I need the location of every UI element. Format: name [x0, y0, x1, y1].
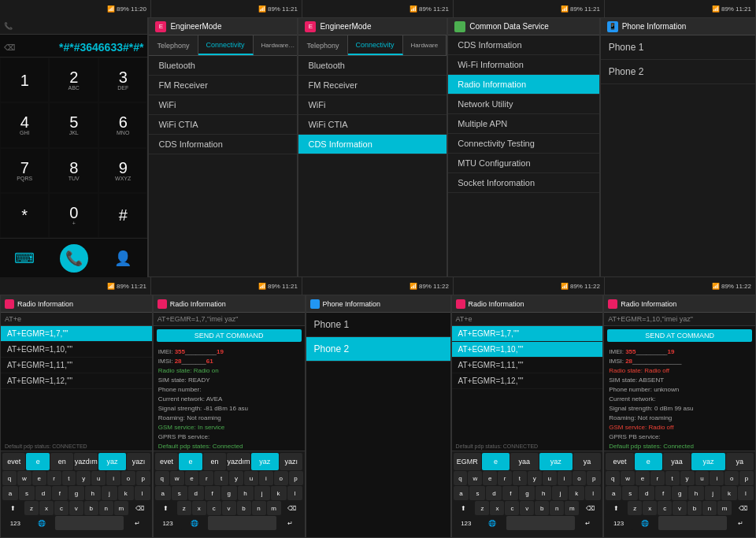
- key-x-5[interactable]: x: [643, 501, 657, 515]
- at-item-1-3[interactable]: AT+EGMR=1,11,"": [1, 358, 152, 373]
- key-h-4[interactable]: h: [536, 486, 551, 500]
- key-n-1[interactable]: n: [99, 501, 113, 515]
- key-r-5[interactable]: r: [650, 471, 665, 485]
- key-shift-5[interactable]: ⬆: [606, 501, 627, 515]
- key-n-5[interactable]: n: [702, 501, 717, 515]
- em-tabs-1[interactable]: Telephony Connectivity Hardware…: [149, 35, 297, 56]
- key-p-2[interactable]: p: [289, 471, 303, 485]
- dial-key-9[interactable]: 9 WXYZ: [98, 148, 147, 193]
- key-b-1[interactable]: b: [84, 501, 98, 515]
- key-r-2[interactable]: r: [199, 471, 213, 485]
- key-g-1[interactable]: g: [69, 486, 84, 500]
- phone-choice-1[interactable]: Phone 1: [601, 35, 755, 60]
- tab-telephony-2[interactable]: Telephony: [298, 35, 347, 55]
- key-e-2-1[interactable]: e: [32, 471, 46, 485]
- key-en-2[interactable]: en: [203, 453, 226, 470]
- call-button[interactable]: 📞: [49, 239, 98, 277]
- em-item-wifi-2[interactable]: WiFi: [298, 95, 447, 115]
- key-d-4[interactable]: d: [486, 486, 502, 500]
- key-j-1[interactable]: j: [102, 486, 117, 500]
- key-x-2[interactable]: x: [192, 501, 206, 515]
- dial-key-3[interactable]: 3 DEF: [98, 58, 147, 102]
- key-l-1[interactable]: l: [135, 486, 150, 500]
- key-w-5[interactable]: w: [621, 471, 635, 485]
- key-k-2[interactable]: k: [271, 486, 287, 500]
- dial-key-5[interactable]: 5 JKL: [49, 102, 98, 147]
- key-yaz-2[interactable]: yaz: [251, 453, 279, 470]
- key-q-1[interactable]: q: [2, 471, 17, 485]
- phone-choice-bottom-2[interactable]: Phone 2: [306, 337, 450, 362]
- cds-item-cds[interactable]: CDS Information: [448, 35, 598, 55]
- key-a-4[interactable]: a: [454, 486, 469, 500]
- dial-key-7[interactable]: 7 PQRS: [0, 148, 49, 193]
- dial-key-1[interactable]: 1: [0, 58, 49, 102]
- key-123-4[interactable]: 123: [454, 516, 480, 530]
- key-globe-5[interactable]: 🌐: [632, 516, 658, 530]
- key-v-2[interactable]: v: [222, 501, 236, 515]
- key-t-1[interactable]: t: [62, 471, 76, 485]
- key-a-2[interactable]: a: [155, 486, 171, 500]
- key-k-1[interactable]: k: [118, 486, 134, 500]
- key-y-2[interactable]: y: [229, 471, 243, 485]
- em-item-wifi-1[interactable]: WiFi: [149, 95, 297, 115]
- key-l-2[interactable]: l: [287, 486, 303, 500]
- at-item-4-3[interactable]: AT+EGMR=1,11,"": [452, 358, 603, 373]
- key-j-5[interactable]: j: [705, 486, 721, 500]
- key-c-4[interactable]: c: [505, 501, 519, 515]
- key-y-1[interactable]: y: [76, 471, 91, 485]
- key-yazi-1[interactable]: yazı: [127, 453, 150, 470]
- key-del-2[interactable]: ⌫: [282, 501, 303, 515]
- key-n-2[interactable]: n: [252, 501, 266, 515]
- key-h-1[interactable]: h: [85, 486, 101, 500]
- dialpad-icon[interactable]: ⌨: [0, 239, 49, 277]
- key-shift-2[interactable]: ⬆: [155, 501, 176, 515]
- key-i-2[interactable]: i: [259, 471, 273, 485]
- key-f-4[interactable]: f: [502, 486, 518, 500]
- key-e-5[interactable]: e: [635, 453, 662, 470]
- cds-item-socket[interactable]: Socket Inforomation: [448, 173, 598, 193]
- em-item-cds-1[interactable]: CDS Information: [149, 135, 297, 154]
- key-b-5[interactable]: b: [687, 501, 702, 515]
- key-e-4b[interactable]: e: [483, 471, 497, 485]
- key-u-1[interactable]: u: [91, 471, 106, 485]
- key-g-5[interactable]: g: [672, 486, 687, 500]
- key-a-5[interactable]: a: [606, 486, 621, 500]
- key-n-4[interactable]: n: [550, 501, 564, 515]
- key-yazdim-2[interactable]: yazdım: [227, 453, 250, 470]
- call-icon[interactable]: 📞: [60, 244, 88, 273]
- key-u-2[interactable]: u: [244, 471, 258, 485]
- key-del-4[interactable]: ⌫: [580, 501, 601, 515]
- key-e-2b[interactable]: e: [185, 471, 199, 485]
- key-a-1[interactable]: a: [2, 486, 18, 500]
- key-r-4[interactable]: r: [498, 471, 512, 485]
- key-space-2[interactable]: [208, 516, 276, 530]
- dial-key-2[interactable]: 2 ABC: [49, 58, 98, 102]
- key-z-5[interactable]: z: [628, 501, 642, 515]
- key-enter-1[interactable]: ↵: [124, 516, 150, 530]
- at-item-1-4[interactable]: AT+EGMR=1,12,"": [1, 373, 152, 389]
- key-x-1[interactable]: x: [39, 501, 54, 515]
- at-item-1-1[interactable]: AT+EGMR=1,7,"": [1, 326, 152, 342]
- em-item-bluetooth-1[interactable]: Bluetooth: [149, 56, 297, 76]
- key-j-2[interactable]: j: [254, 486, 270, 500]
- key-g-2[interactable]: g: [221, 486, 237, 500]
- key-z-1[interactable]: z: [24, 501, 39, 515]
- key-y-4[interactable]: y: [528, 471, 542, 485]
- key-s-5[interactable]: s: [622, 486, 638, 500]
- key-w-1[interactable]: w: [17, 471, 32, 485]
- key-b-4[interactable]: b: [535, 501, 549, 515]
- phone-choice-bottom-1[interactable]: Phone 1: [306, 313, 450, 337]
- key-e-1[interactable]: e: [26, 453, 49, 470]
- cds-item-apn[interactable]: Multiple APN: [448, 114, 598, 134]
- em-item-wifictia-2[interactable]: WiFi CTIA: [298, 115, 447, 135]
- em-tabs-2[interactable]: Telephony Connectivity Hardware: [298, 35, 447, 56]
- em-item-wifictia-1[interactable]: WiFi CTIA: [149, 115, 297, 135]
- key-b-2[interactable]: b: [237, 501, 251, 515]
- em-item-cds-2[interactable]: CDS Information: [298, 135, 447, 154]
- key-r-1[interactable]: r: [47, 471, 61, 485]
- key-f-2[interactable]: f: [205, 486, 220, 500]
- key-i-5[interactable]: i: [710, 471, 724, 485]
- key-ya-4[interactable]: ya: [573, 453, 601, 470]
- key-t-4[interactable]: t: [513, 471, 527, 485]
- key-t-5[interactable]: t: [665, 471, 680, 485]
